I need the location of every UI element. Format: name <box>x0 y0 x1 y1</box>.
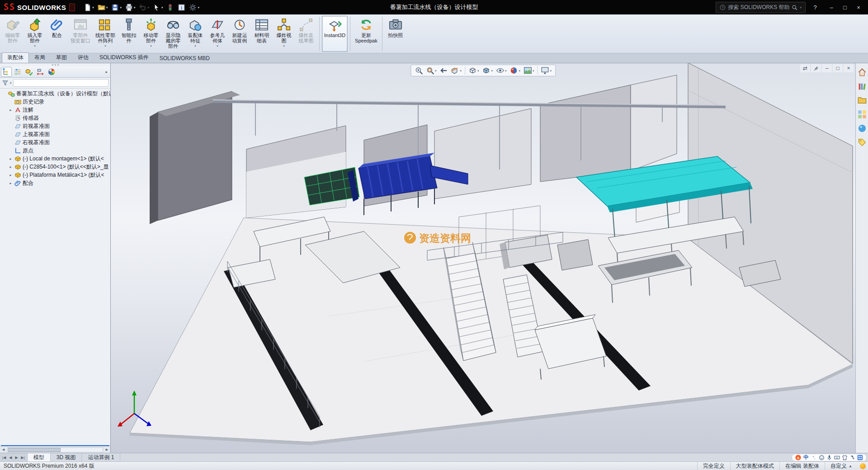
ime-toolbar[interactable]: S 中 °, <box>792 454 867 461</box>
tree-filter-input[interactable] <box>13 79 108 87</box>
options-button[interactable]: ▾ <box>188 3 201 12</box>
ime-mode-label[interactable]: 中 <box>803 455 809 460</box>
panel-splitter-handle[interactable] <box>0 63 110 66</box>
tab-scroll-last-button[interactable]: ▶| <box>20 456 26 460</box>
tab-feature-manager[interactable] <box>1 67 12 77</box>
taskpane-tab-appearances-scenes[interactable] <box>857 123 868 134</box>
smart-fasteners-button[interactable]: 智能扣 件 <box>118 16 140 52</box>
new-motion-study-button[interactable]: 新建运 动算例 <box>229 16 250 52</box>
edit-appearance-button[interactable]: ▾ <box>510 66 521 75</box>
undo-button[interactable]: ▾ <box>137 3 151 12</box>
maximize-button[interactable]: □ <box>838 2 852 13</box>
rebuild-button[interactable] <box>165 3 175 12</box>
dropdown-caret[interactable]: ▾ <box>120 6 122 9</box>
update-speedpak-button[interactable]: 更新 Speedpak <box>353 16 380 52</box>
taskpane-tab-custom-properties[interactable] <box>857 137 868 148</box>
tab-scroll-next-button[interactable]: ▶ <box>14 456 19 460</box>
bill-of-materials-button[interactable]: 材料明 细表 <box>251 16 273 52</box>
sogou-logo-icon[interactable]: S <box>795 455 801 461</box>
tree-item[interactable]: 番薯加工流水线（设备）设计模型（默认< <box>0 89 110 98</box>
viewport-pin-button[interactable] <box>811 64 821 72</box>
tab-ribbon-4[interactable]: SOLIDWORKS 插件 <box>94 52 154 63</box>
file-properties-button[interactable]: i <box>176 3 187 12</box>
linear-component-pattern-button[interactable]: 线性零部 件阵列▾ <box>93 16 118 52</box>
tree-item[interactable]: ▸(-) Plataforma Metálica<1> (默认< <box>0 171 110 179</box>
edit-component-button[interactable]: 编辑零 部件 <box>2 16 24 52</box>
graphics-viewport[interactable]: 资造资料网 ▾▾▾▾▾▾▾▾ ⇄–□× <box>111 63 855 453</box>
reference-geometry-button[interactable]: 参考几 何体▾ <box>207 16 228 52</box>
expand-arrow[interactable]: ▸ <box>8 108 13 112</box>
dropdown-caret[interactable]: ▾ <box>477 69 479 72</box>
hide-show-items-button[interactable]: ▾ <box>496 66 507 75</box>
print-button[interactable]: ▾ <box>124 3 137 12</box>
viewport-minimize-button[interactable]: – <box>822 64 832 72</box>
tree-item[interactable]: 原点 <box>0 146 110 155</box>
panel-tabs-overflow-chevron[interactable]: ▸ <box>104 70 109 74</box>
tab-scroll-previous-button[interactable]: ◀ <box>8 456 13 460</box>
select-button[interactable]: ▾ <box>151 3 165 12</box>
minimize-button[interactable]: – <box>825 2 838 13</box>
viewport-restore-button[interactable]: □ <box>833 64 843 72</box>
expand-arrow[interactable]: ▸ <box>8 157 13 161</box>
help-button[interactable]: ? <box>808 2 822 13</box>
dropdown-caret[interactable]: ▾ <box>491 69 493 72</box>
close-button[interactable]: × <box>852 2 865 13</box>
expand-arrow[interactable]: ▸ <box>8 173 13 177</box>
dropdown-caret[interactable]: ▾ <box>217 44 218 47</box>
move-component-button[interactable]: 移动零 部件▾ <box>140 16 162 52</box>
tab-ribbon-2[interactable]: 草图 <box>51 52 72 63</box>
explode-line-sketch-button[interactable]: 爆炸直 线草图 <box>295 16 317 52</box>
filter-funnel-icon[interactable] <box>2 80 9 86</box>
dropdown-caret[interactable]: ▾ <box>147 6 149 9</box>
dropdown-caret[interactable]: ▾ <box>92 6 94 9</box>
scroll-right-icon[interactable]: ▶ <box>104 446 110 453</box>
tab-dimxpert-manager[interactable] <box>35 67 46 77</box>
dropdown-caret[interactable]: ▾ <box>533 69 534 72</box>
search-input[interactable]: ? 搜索 SOLIDWORKS 帮助 ▾ <box>716 2 806 13</box>
dropdown-caret[interactable]: ▾ <box>34 44 36 47</box>
viewport-undock-button[interactable]: ⇄ <box>800 64 810 72</box>
tab-scroll-first-button[interactable]: |◀ <box>1 456 7 460</box>
tree-item[interactable]: 右视基准面 <box>0 138 110 146</box>
model-3d-scene[interactable]: 资造资料网 <box>111 63 855 453</box>
dropdown-caret[interactable]: ▾ <box>104 44 106 47</box>
tree-item[interactable]: ▸(-) C2854-100<1> (默认<<默认>_显 <box>0 163 110 171</box>
taskpane-tab-view-palette[interactable] <box>857 109 868 120</box>
previous-view-button[interactable] <box>439 66 448 75</box>
tab-configuration-manager[interactable] <box>24 67 34 77</box>
dropdown-caret[interactable]: ▾ <box>519 69 521 72</box>
taskpane-tab-file-explorer[interactable] <box>857 95 868 106</box>
dropdown-caret[interactable]: ▾ <box>435 69 437 72</box>
panel-horizontal-scrollbar[interactable]: ◀ ▶ <box>0 446 110 453</box>
dropdown-caret[interactable]: ▾ <box>460 69 462 72</box>
expand-arrow[interactable]: ▸ <box>8 165 13 169</box>
doc-tab-0[interactable]: 模型 <box>28 453 51 461</box>
tab-assembly[interactable]: 装配体 <box>2 52 29 63</box>
show-hidden-components-button[interactable]: 显示隐 藏的零 部件 <box>162 16 184 52</box>
tree-item[interactable]: 上视基准面 <box>0 130 110 138</box>
status-item-1[interactable]: 大型装配体模式 <box>730 462 779 470</box>
dropdown-caret[interactable]: ▾ <box>550 69 552 72</box>
view-orientation-button[interactable]: ▾ <box>468 66 479 75</box>
tab-ribbon-3[interactable]: 评估 <box>72 52 94 63</box>
search-dropdown-caret[interactable]: ▾ <box>800 6 802 9</box>
taskpane-tab-design-library[interactable] <box>857 81 868 92</box>
exploded-view-button[interactable]: 爆炸视 图▾ <box>273 16 295 52</box>
scroll-left-icon[interactable]: ◀ <box>0 446 7 453</box>
assembly-features-button[interactable]: 装配体 特征▾ <box>184 16 206 52</box>
taskpane-tab-solidworks-resources[interactable] <box>857 67 868 78</box>
open-button[interactable]: ▾ <box>96 3 109 12</box>
scrollbar-track[interactable] <box>7 447 103 452</box>
tab-ribbon-1[interactable]: 布局 <box>29 52 51 63</box>
status-item-0[interactable]: 完全定义 <box>697 462 730 470</box>
security-tray-icon[interactable] <box>860 463 866 469</box>
scrollbar-thumb[interactable] <box>8 448 61 452</box>
new-document-button[interactable]: ▾ <box>82 3 95 12</box>
view-settings-button[interactable]: ▾ <box>541 66 552 75</box>
dropdown-caret[interactable]: ▾ <box>106 6 108 9</box>
status-item-2[interactable]: 在编辑 装配体 <box>779 462 825 470</box>
dropdown-caret[interactable]: ▾ <box>283 44 285 47</box>
zoom-to-fit-button[interactable] <box>415 66 423 75</box>
tree-item[interactable]: ▸(-) Local de montagem<1> (默认< <box>0 155 110 163</box>
dropdown-caret[interactable]: ▾ <box>150 44 152 47</box>
